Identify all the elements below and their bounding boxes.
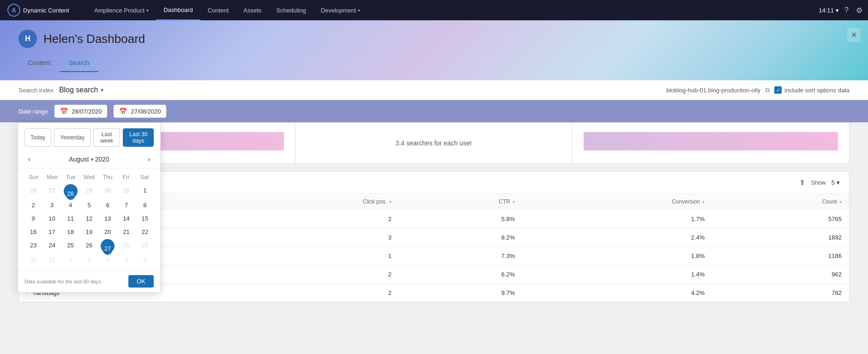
- nav-item-assets[interactable]: Assets: [236, 0, 269, 20]
- calendar-day[interactable]: 23: [24, 239, 42, 253]
- calendar-day[interactable]: 20: [99, 226, 116, 238]
- end-date-input[interactable]: 📅 27/08/2020: [114, 105, 166, 118]
- nav-label-development: Development: [321, 7, 356, 14]
- time-display: 14:11: [819, 7, 834, 14]
- calendar-day: 31: [43, 254, 60, 266]
- nav-item-dashboard[interactable]: Dashboard: [156, 0, 200, 20]
- top-navigation: A Dynamic Content Amplience Product ▾ Da…: [0, 0, 868, 20]
- calendar-day[interactable]: 31: [117, 184, 135, 198]
- notification-bell-icon[interactable]: ✕: [847, 28, 861, 42]
- table-actions: ⬆ Show 5 ▾: [799, 178, 840, 187]
- calendar-day[interactable]: 27: [43, 184, 60, 198]
- prev-month-button[interactable]: ‹: [24, 153, 34, 165]
- calendar-day[interactable]: 29: [80, 184, 98, 198]
- cell-click-pos: 3: [225, 228, 399, 247]
- avatar: H: [18, 30, 37, 48]
- cell-count: 782: [712, 284, 849, 302]
- show-count-selector[interactable]: 5 ▾: [832, 179, 840, 186]
- cell-conversion: 1.8%: [522, 247, 712, 265]
- show-chevron-icon: ▾: [837, 179, 840, 186]
- settings-icon[interactable]: ⚙: [854, 4, 864, 17]
- calendar-day[interactable]: 28: [64, 184, 78, 198]
- calendar-day[interactable]: 22: [136, 226, 154, 238]
- next-month-button[interactable]: ›: [144, 153, 154, 165]
- calendar-day[interactable]: 2: [24, 199, 42, 211]
- calendar-day[interactable]: 13: [99, 212, 116, 225]
- calendar-day: 30: [24, 254, 42, 266]
- nav-right: 14:11 ▾ ? ⚙: [819, 4, 864, 17]
- calendar-day[interactable]: 25: [62, 239, 79, 253]
- nav-item-scheduling[interactable]: Scheduling: [269, 0, 313, 20]
- calendar-popup: Today Yesterday Last week Last 30 days ‹…: [18, 122, 161, 293]
- calendar-day[interactable]: 18: [62, 226, 79, 238]
- calendar-day[interactable]: 5: [80, 199, 98, 211]
- calendar-day[interactable]: 6: [99, 199, 116, 211]
- start-date-input[interactable]: 📅 28/07/2020: [54, 105, 107, 118]
- calendar-day[interactable]: 14: [117, 212, 135, 225]
- col-click-pos[interactable]: Click pos. ▾: [225, 194, 399, 210]
- calendar-day[interactable]: 19: [80, 226, 98, 238]
- col-count[interactable]: Count ▾: [712, 194, 849, 210]
- calendar-day[interactable]: 26: [80, 239, 98, 253]
- calendar-day[interactable]: 24: [43, 239, 60, 253]
- calendar-day[interactable]: 15: [136, 212, 154, 225]
- calendar-day[interactable]: 11: [62, 212, 79, 225]
- calendar-day[interactable]: 30: [99, 184, 116, 198]
- app-logo[interactable]: A Dynamic Content: [4, 4, 87, 17]
- export-icon[interactable]: ⬆: [799, 178, 805, 187]
- last-30-days-button[interactable]: Last 30 days: [123, 128, 154, 147]
- calendar-day: 1: [62, 254, 79, 266]
- calendar-day[interactable]: 12: [80, 212, 98, 225]
- stat-card-3: [573, 123, 849, 163]
- logo-icon: A: [7, 4, 20, 17]
- calendar-day: 3: [99, 254, 116, 266]
- day-header-sun: Sun: [24, 172, 43, 182]
- chevron-down-icon: ▾: [358, 8, 360, 13]
- cell-click-pos: 2: [225, 284, 399, 302]
- ok-button[interactable]: OK: [128, 275, 154, 288]
- cell-ctr: 9.7%: [399, 284, 522, 302]
- last-week-button[interactable]: Last week: [93, 128, 120, 147]
- calendar-day: 28: [117, 239, 135, 253]
- data-availability-note: Data available for the last 90 days: [24, 279, 101, 284]
- calendar-day[interactable]: 9: [24, 212, 42, 225]
- search-bar-row: Search index Blog search ▾ bloblog-hub-0…: [0, 80, 868, 100]
- calendar-day[interactable]: 3: [43, 199, 60, 211]
- cell-ctr: 5.8%: [399, 210, 522, 228]
- col-conversion[interactable]: Conversion ▾: [522, 194, 712, 210]
- col-ctr[interactable]: CTR ▾: [399, 194, 522, 210]
- nav-item-amplience[interactable]: Amplience Product ▾: [87, 0, 156, 20]
- calendar-day-headers: Sun Mon Tue Wed Thu Fri Sat: [24, 172, 154, 182]
- calendar-day[interactable]: 7: [117, 199, 135, 211]
- calendar-day[interactable]: 4: [62, 199, 79, 211]
- help-icon[interactable]: ?: [843, 4, 850, 16]
- nav-item-development[interactable]: Development ▾: [313, 0, 368, 20]
- calendar-day[interactable]: 8: [136, 199, 154, 211]
- today-button[interactable]: Today: [24, 128, 51, 147]
- calendar-icon: 📅: [60, 108, 68, 115]
- sort-options-checkbox[interactable]: ✓: [774, 86, 782, 94]
- nav-label-scheduling: Scheduling: [276, 7, 306, 14]
- calendar-day[interactable]: 1: [136, 184, 154, 198]
- calendar-day[interactable]: 27: [101, 239, 115, 253]
- nav-time[interactable]: 14:11 ▾: [819, 7, 839, 14]
- year-label: 2020: [95, 156, 109, 163]
- search-index-name: Blog search: [59, 86, 98, 94]
- calendar-day[interactable]: 16: [24, 226, 42, 238]
- nav-items: Amplience Product ▾ Dashboard Content As…: [87, 0, 819, 20]
- copy-icon[interactable]: ⧉: [765, 86, 770, 94]
- tab-content[interactable]: Content: [18, 55, 60, 72]
- yesterday-button[interactable]: Yesterday: [54, 128, 90, 147]
- calendar-day[interactable]: 17: [43, 226, 60, 238]
- calendar-day[interactable]: 26: [24, 184, 42, 198]
- calendar-day: 2: [80, 254, 98, 266]
- month-chevron-icon: ▾: [91, 157, 93, 162]
- nav-item-content[interactable]: Content: [200, 0, 236, 20]
- search-bar-right: bloblog-hub-01.blog-production-olly ⧉ ✓ …: [666, 86, 850, 94]
- cell-count: 1186: [712, 247, 849, 265]
- month-year-display: August ▾ 2020: [69, 156, 109, 163]
- search-index-selector[interactable]: Blog search ▾: [59, 86, 104, 94]
- calendar-day[interactable]: 10: [43, 212, 60, 225]
- tab-search[interactable]: Search: [60, 55, 98, 72]
- calendar-day[interactable]: 21: [117, 226, 135, 238]
